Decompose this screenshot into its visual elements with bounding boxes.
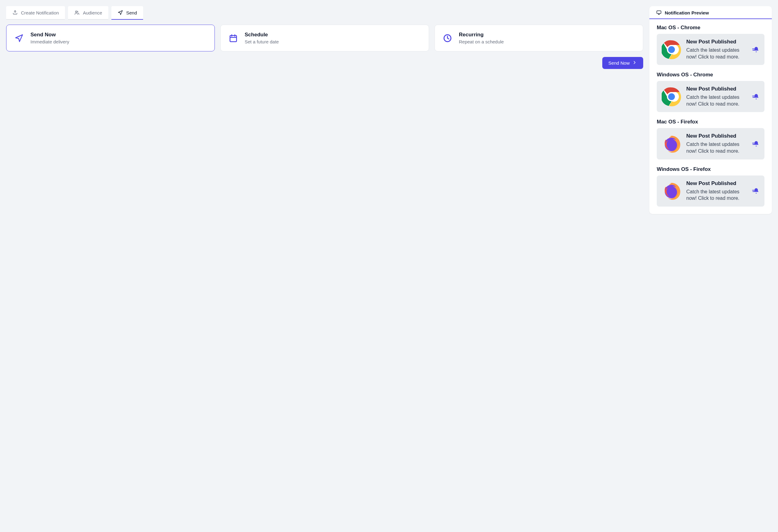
users-icon <box>74 10 80 15</box>
preview-header: Notification Preview <box>649 6 772 19</box>
tab-create-notification[interactable]: Create Notification <box>6 6 65 20</box>
tab-label: Send <box>126 10 137 15</box>
calendar-icon <box>228 33 238 44</box>
chevron-right-icon <box>632 60 637 66</box>
clock-icon <box>442 33 453 44</box>
notification-body: Catch the latest updates now! Click to r… <box>686 47 747 60</box>
notification-card: New Post Published Catch the latest upda… <box>657 128 765 159</box>
preview-group: Windows OS - Chrome New Post Published C… <box>657 72 765 112</box>
option-title: Recurring <box>459 32 504 38</box>
option-send-now[interactable]: Send Now Immediate delivery <box>6 25 215 52</box>
notification-title: New Post Published <box>686 86 747 92</box>
bell-icon <box>752 140 760 148</box>
option-subtitle: Immediate delivery <box>30 39 69 44</box>
option-subtitle: Repeat on a schedule <box>459 39 504 44</box>
option-title: Schedule <box>245 32 279 38</box>
chrome-icon <box>662 40 681 59</box>
notification-body: Catch the latest updates now! Click to r… <box>686 94 747 107</box>
notification-card: New Post Published Catch the latest upda… <box>657 34 765 65</box>
preview-group-label: Windows OS - Chrome <box>657 72 765 78</box>
preview-title: Notification Preview <box>665 10 709 15</box>
preview-group: Windows OS - Firefox New Post Published … <box>657 166 765 207</box>
notification-body: Catch the latest updates now! Click to r… <box>686 188 747 202</box>
notification-preview-panel: Notification Preview Mac OS - Chrome New… <box>649 6 772 214</box>
preview-group-label: Mac OS - Chrome <box>657 25 765 31</box>
bell-icon <box>752 93 760 101</box>
tab-send[interactable]: Send <box>111 6 143 20</box>
send-now-button[interactable]: Send Now <box>602 57 643 69</box>
firefox-icon <box>662 134 681 154</box>
preview-group: Mac OS - Firefox New Post Published Catc… <box>657 119 765 159</box>
notification-card: New Post Published Catch the latest upda… <box>657 81 765 112</box>
preview-group-label: Mac OS - Firefox <box>657 119 765 125</box>
tab-label: Audience <box>83 10 102 15</box>
tab-label: Create Notification <box>21 10 59 15</box>
preview-group: Mac OS - Chrome New Post Published Catch… <box>657 25 765 65</box>
button-label: Send Now <box>608 60 630 66</box>
send-icon <box>118 10 123 15</box>
option-schedule[interactable]: Schedule Set a future date <box>220 25 429 52</box>
notification-body: Catch the latest updates now! Click to r… <box>686 141 747 154</box>
firefox-icon <box>662 181 681 201</box>
chrome-icon <box>662 87 681 106</box>
upload-icon <box>12 10 18 15</box>
notification-title: New Post Published <box>686 180 747 186</box>
notification-title: New Post Published <box>686 133 747 139</box>
preview-body: Mac OS - Chrome New Post Published Catch… <box>649 19 772 214</box>
option-title: Send Now <box>30 32 69 38</box>
tab-audience[interactable]: Audience <box>68 6 108 20</box>
tabs: Create Notification Audience Send <box>6 6 643 20</box>
send-icon <box>14 33 24 44</box>
notification-card: New Post Published Catch the latest upda… <box>657 175 765 207</box>
option-recurring[interactable]: Recurring Repeat on a schedule <box>435 25 643 52</box>
option-subtitle: Set a future date <box>245 39 279 44</box>
notification-title: New Post Published <box>686 39 747 45</box>
bell-icon <box>752 187 760 195</box>
send-options: Send Now Immediate delivery Schedule Set… <box>6 25 643 52</box>
monitor-icon <box>656 10 662 15</box>
bell-icon <box>752 46 760 54</box>
preview-group-label: Windows OS - Firefox <box>657 166 765 172</box>
